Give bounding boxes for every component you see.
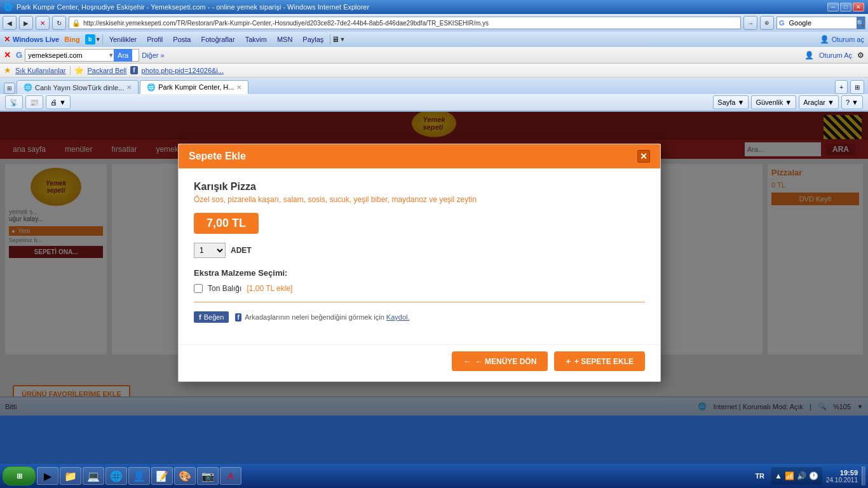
title-bar: 🌐 Park Kumpir Center, Hoşnudiye Eskişehi… [0, 0, 868, 14]
taskbar-computer[interactable]: 💻 [83, 467, 104, 485]
clock-time: 19:59 [826, 469, 858, 477]
clock-area: 19:59 24.10.2011 [826, 469, 858, 484]
clock-date: 24.10.2011 [826, 477, 858, 484]
close-button[interactable]: ✕ [853, 3, 864, 11]
rss-button[interactable]: 📡 [5, 95, 23, 109]
compatibility-button[interactable]: ⊕ [760, 16, 774, 30]
bing-icon: b [85, 34, 95, 44]
windows-logo-icon: ⊞ [17, 472, 22, 480]
system-tray: ▲ 📶 🔊 🕐 [771, 467, 822, 485]
arrow-left-icon: ← [463, 356, 471, 366]
taskbar-photo[interactable]: 📷 [197, 467, 219, 485]
back-button[interactable]: ◀ [3, 16, 17, 30]
fav-photo[interactable]: photo.php-pid=124026&i... [142, 67, 224, 74]
tab-park-kumpir[interactable]: 🌐 Park Kumpir Center, H... ✕ [140, 80, 248, 94]
msn-item[interactable]: MSN [272, 34, 297, 44]
profil-item[interactable]: Profil [142, 34, 168, 44]
social-fb-text: f Arkadaşlarının neleri beğendiğini görm… [235, 313, 409, 321]
rss2-button[interactable]: 📰 [25, 95, 43, 109]
fav-packardbell-icon: ⭐ [74, 66, 84, 75]
fotograflar-item[interactable]: Fotoğraflar [196, 34, 240, 44]
taskbar-word[interactable]: 📝 [151, 467, 173, 485]
sayfa-button[interactable]: Sayfa ▼ [713, 95, 749, 109]
taskbar: ⊞ ▶ 📁 💻 🌐 👤 📝 🎨 📷 A TR ▲ 📶 🔊 🕐 19:59 24 [0, 464, 868, 488]
fb-like-button[interactable]: f Beğen [194, 311, 229, 323]
takvim-item[interactable]: Takvim [240, 34, 272, 44]
fav-packardbell[interactable]: Packard Bell [88, 67, 127, 74]
google-ara-button[interactable]: Ara [114, 49, 132, 62]
guvenlik-button[interactable]: Güvenlik ▼ [751, 95, 796, 109]
google-search-dropdown[interactable]: ▼ [108, 52, 114, 58]
address-box[interactable]: 🔒 http://eskisehir.yemeksepeti.com/TR/Re… [69, 17, 741, 29]
google-x-icon: ✕ [4, 50, 11, 60]
google-settings-icon[interactable]: ⚙ [857, 51, 864, 60]
browser-icon: 🌐 [4, 3, 13, 11]
tab-new-button[interactable]: ⊞ [4, 83, 15, 94]
refresh-button[interactable]: ↻ [52, 16, 66, 30]
tab-park-close-icon[interactable]: ✕ [236, 84, 241, 91]
fav-sik-kullanilanlar[interactable]: Sık Kullanılanlar [15, 67, 66, 74]
google-search-input[interactable] [25, 50, 108, 61]
taskbar-acrobat[interactable]: A [220, 467, 241, 485]
modal-separator [194, 302, 645, 302]
adet-row: 1 2 3 4 5 ADET [194, 243, 645, 258]
menuye-don-button[interactable]: ← ← MENÜYE DÖN [452, 351, 548, 371]
modal-footer: ← ← MENÜYE DÖN + + SEPETE EKLE [179, 344, 660, 381]
plus-icon: + [566, 356, 571, 366]
tab-canli-yayin[interactable]: 🌐 Canlı Yayın SlowTürk dinle... ✕ [17, 80, 139, 94]
monitor-icon: 🖥 [332, 35, 339, 44]
bing-item[interactable]: Bing [59, 34, 85, 44]
paylas-item[interactable]: Paylaş [297, 34, 329, 44]
windows-live-logo[interactable]: Windows Live [13, 36, 59, 43]
show-desktop-button[interactable] [862, 466, 865, 485]
tray-up-icon[interactable]: ▲ [775, 471, 782, 480]
quick-tabs-button[interactable]: ⊞ [850, 80, 864, 94]
google-logo: G [16, 50, 22, 60]
sepete-ekle-button[interactable]: + + SEPETE EKLE [554, 351, 645, 371]
search-go-button[interactable]: 🔍 [857, 17, 865, 29]
taskbar-media-player[interactable]: ▶ [37, 467, 58, 485]
modal-pizza-name: Karışık Pizza [194, 181, 645, 193]
fav-fb-icon: f [130, 66, 137, 74]
adet-select[interactable]: 1 2 3 4 5 [194, 243, 226, 258]
add-tab-button[interactable]: + [835, 80, 848, 94]
search-box: G 🔍 [776, 17, 865, 29]
url-text: http://eskisehir.yemeksepeti.com/TR/Rest… [83, 20, 489, 27]
taskbar-ie[interactable]: 🌐 [105, 467, 127, 485]
taskbar-explorer[interactable]: 📁 [60, 467, 81, 485]
fb-kaydol-link[interactable]: Kaydol. [386, 313, 410, 321]
search-input[interactable] [787, 17, 857, 29]
taskbar-paint[interactable]: 🎨 [174, 467, 196, 485]
fb-like-label: Beğen [204, 313, 224, 321]
yenilikler-item[interactable]: Yenilikler [104, 34, 142, 44]
help-button[interactable]: ? ▼ [841, 95, 863, 109]
monitor-dropdown-icon[interactable]: ▼ [339, 36, 345, 43]
taskbar-user[interactable]: 👤 [128, 467, 150, 485]
menu-bar-right: 👤 Oturum aç [820, 35, 864, 44]
restore-button[interactable]: □ [840, 3, 851, 11]
stop-button[interactable]: ✕ [36, 16, 50, 30]
modal-price-badge: 7,00 TL [194, 213, 259, 234]
forward-button[interactable]: ▶ [19, 16, 33, 30]
oturum-ac-button[interactable]: Oturum aç [832, 36, 864, 43]
ekstra-title: Ekstra Malzeme Seçimi: [194, 268, 645, 278]
start-button[interactable]: ⊞ [3, 466, 36, 485]
araclar-button[interactable]: Araçlar ▼ [799, 95, 839, 109]
minimize-button[interactable]: ─ [827, 3, 839, 11]
diger-button[interactable]: Diğer » [142, 51, 164, 59]
ie-toolbar: 📡 📰 🖨 ▼ Sayfa ▼ Güvenlik ▼ Araçlar ▼ ? ▼ [0, 94, 868, 112]
separator [102, 34, 103, 44]
posta-item[interactable]: Posta [168, 34, 196, 44]
adet-label: ADET [231, 246, 252, 255]
google-search-wrap: ▼ Ara [25, 49, 139, 62]
navigate-button[interactable]: → [743, 16, 757, 30]
ekstra-ton-checkbox[interactable] [194, 284, 203, 293]
google-oturum-ac-link[interactable]: Oturum Aç [819, 51, 852, 59]
print-button[interactable]: 🖨 ▼ [46, 95, 71, 109]
tab-canli-close-icon[interactable]: ✕ [126, 84, 132, 91]
fb-kaydol-text: Arkadaşlarının neleri beğendiğini görmek… [245, 313, 386, 321]
bing-dropdown-icon[interactable]: ▼ [95, 36, 101, 43]
user-taskbar-icon: 👤 [133, 470, 146, 482]
modal-close-button[interactable]: ✕ [637, 150, 650, 163]
menu-bar: ✕ Windows Live Bing b ▼ Yenilikler Profi… [0, 32, 868, 47]
